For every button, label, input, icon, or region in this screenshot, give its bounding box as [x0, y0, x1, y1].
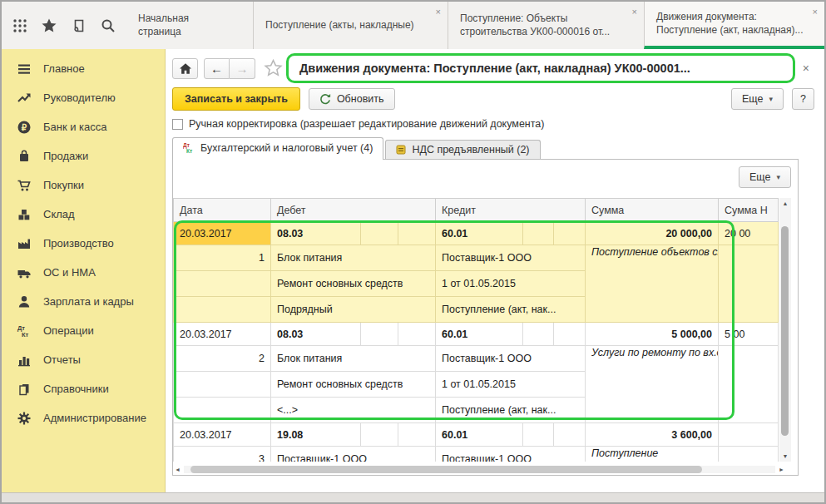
cell-credit-analytics[interactable]: 1 от 01.05.2015: [436, 372, 586, 398]
cell-debit-analytics[interactable]: <...>: [271, 398, 436, 423]
col-header-debit[interactable]: Дебет: [271, 199, 436, 222]
favorites-star-icon[interactable]: [38, 15, 60, 37]
table-row[interactable]: 20.03.2017 08.03 60.01 20 000,00 20 00: [174, 222, 779, 245]
table-row[interactable]: 20.03.2017 19.08 60.01 3 600,00: [174, 423, 779, 447]
refresh-button[interactable]: Обновить: [309, 88, 395, 110]
cell-empty[interactable]: [174, 271, 271, 297]
cell-empty[interactable]: [398, 222, 436, 245]
cell-date[interactable]: 20.03.2017: [174, 423, 271, 447]
cell-credit-account[interactable]: 60.01: [436, 323, 523, 346]
tab-vat-register[interactable]: НДС предъявленный (2): [385, 140, 540, 160]
horizontal-scrollbar[interactable]: ◄ ►: [175, 464, 784, 475]
cell-sum-nu[interactable]: 20 00: [719, 222, 779, 245]
cell-credit-analytics[interactable]: Поступление (акт, нак...: [436, 297, 586, 323]
cell-empty[interactable]: [523, 323, 554, 346]
scroll-down-icon[interactable]: ▼: [779, 451, 791, 462]
sidebar-item-directories[interactable]: Справочники: [2, 374, 165, 403]
cell-empty[interactable]: [523, 423, 554, 447]
sidebar-item-administration[interactable]: Администрирование: [2, 403, 165, 432]
sidebar-item-bank-cash[interactable]: ₽ Банк и касса: [2, 112, 165, 141]
cell-empty[interactable]: [719, 245, 779, 323]
col-header-credit[interactable]: Кредит: [436, 199, 586, 222]
form-more-button[interactable]: Еще ▾: [731, 88, 784, 110]
sidebar-item-salary-hr[interactable]: Зарплата и кадры: [2, 287, 165, 316]
cell-credit-analytics[interactable]: Поставщик-1 ООО: [436, 245, 586, 271]
cell-empty[interactable]: [554, 323, 586, 346]
col-header-sum[interactable]: Сумма: [586, 199, 719, 222]
sidebar-item-sales[interactable]: Продажи: [2, 141, 165, 170]
cell-debit-account[interactable]: 08.03: [271, 323, 361, 346]
cell-date[interactable]: 20.03.2017: [174, 323, 271, 346]
scroll-up-icon[interactable]: ▲: [779, 198, 791, 209]
cell-date-selected[interactable]: 20.03.2017: [174, 222, 271, 245]
manual-adjustment-checkbox[interactable]: [172, 119, 183, 130]
cell-debit-analytics[interactable]: Поставщик-1 ООО: [271, 447, 436, 462]
cell-credit-account[interactable]: 60.01: [436, 423, 523, 447]
cell-empty[interactable]: [361, 423, 398, 447]
vertical-scrollbar[interactable]: ▲ ▼: [779, 198, 791, 462]
help-button[interactable]: ?: [792, 88, 814, 110]
cell-credit-analytics[interactable]: Поступление (акт, нак...: [436, 398, 586, 423]
sidebar-item-purchases[interactable]: Покупки: [2, 170, 165, 200]
vertical-scroll-thumb[interactable]: [781, 226, 789, 436]
add-favorite-star-icon[interactable]: [264, 59, 283, 77]
cell-empty[interactable]: [174, 372, 271, 398]
tab-receipts-list[interactable]: Поступление (акты, накладные) ×: [253, 2, 448, 49]
cell-row-number[interactable]: 1: [174, 245, 271, 271]
sidebar-item-operations[interactable]: Дт Кт Операции: [2, 316, 165, 345]
cell-sum-nu[interactable]: [719, 423, 779, 447]
cell-empty[interactable]: [523, 222, 554, 245]
scroll-left-icon[interactable]: ◄: [175, 467, 181, 472]
back-button[interactable]: ←: [204, 58, 230, 79]
sidebar-item-fixed-assets[interactable]: ОС и НМА: [2, 258, 165, 287]
cell-debit-analytics[interactable]: Ремонт основных средств: [271, 372, 436, 398]
home-button[interactable]: [172, 58, 198, 79]
cell-credit-account[interactable]: 60.01: [436, 222, 523, 245]
search-icon[interactable]: [97, 15, 119, 37]
history-icon[interactable]: [68, 15, 90, 37]
cell-credit-analytics[interactable]: Поставщик-1 ООО: [436, 346, 586, 372]
cell-empty[interactable]: [719, 346, 779, 423]
cell-empty[interactable]: [361, 222, 398, 245]
cell-debit-analytics[interactable]: Блок питания: [271, 346, 436, 372]
horizontal-scroll-thumb[interactable]: [190, 466, 702, 473]
close-form-icon[interactable]: ×: [801, 62, 816, 75]
cell-row-number[interactable]: 2: [174, 346, 271, 372]
cell-sum[interactable]: 5 000,00: [586, 323, 719, 346]
table-row[interactable]: 20.03.2017 08.03 60.01 5 000,00 5 00: [174, 323, 779, 346]
close-icon[interactable]: ×: [436, 6, 441, 17]
forward-button[interactable]: →: [230, 58, 255, 79]
cell-row-number[interactable]: 3: [174, 447, 271, 462]
cell-empty[interactable]: [398, 423, 436, 447]
cell-sum[interactable]: 20 000,00: [586, 222, 719, 245]
col-header-sum-nu[interactable]: Сумма Н: [719, 199, 779, 222]
scroll-right-icon[interactable]: ►: [779, 467, 784, 472]
sidebar-item-manager[interactable]: Руководителю: [2, 83, 165, 112]
sidebar-item-reports[interactable]: Отчеты: [2, 345, 165, 374]
cell-empty[interactable]: [554, 423, 586, 447]
sidebar-item-main[interactable]: Главное: [2, 54, 165, 83]
cell-empty[interactable]: [719, 447, 779, 462]
cell-debit-account[interactable]: 19.08: [271, 423, 361, 447]
cell-comment[interactable]: Услуги по ремонту по вх.д. 11 от 20.03.2…: [586, 346, 719, 423]
cell-debit-analytics[interactable]: Блок питания: [271, 245, 436, 271]
cell-empty[interactable]: [554, 222, 586, 245]
cell-comment[interactable]: Поступление: [586, 447, 719, 462]
sidebar-item-production[interactable]: Производство: [2, 229, 165, 258]
apps-grid-icon[interactable]: [9, 15, 31, 37]
table-row[interactable]: 2 Блок питания Поставщик-1 ООО Услуги по…: [174, 346, 779, 372]
tab-home[interactable]: Начальная страница: [126, 2, 253, 49]
cell-empty[interactable]: [361, 323, 398, 346]
cell-sum[interactable]: 3 600,00: [586, 423, 719, 447]
table-more-button[interactable]: Еще ▾: [739, 166, 791, 188]
col-header-date[interactable]: Дата: [174, 199, 271, 222]
tab-document-movements[interactable]: Движения документа: Поступление (акт, на…: [644, 2, 824, 49]
cell-empty[interactable]: [174, 398, 271, 423]
cell-debit-analytics[interactable]: Подрядный: [271, 297, 436, 323]
cell-empty[interactable]: [174, 297, 271, 323]
save-and-close-button[interactable]: Записать и закрыть: [172, 87, 300, 111]
close-icon[interactable]: ×: [632, 6, 637, 17]
cell-comment[interactable]: Поступление объектов строительства по вх…: [586, 245, 719, 323]
close-icon[interactable]: ×: [813, 6, 818, 17]
cell-credit-analytics[interactable]: Поставщик-1 ООО: [436, 447, 586, 462]
